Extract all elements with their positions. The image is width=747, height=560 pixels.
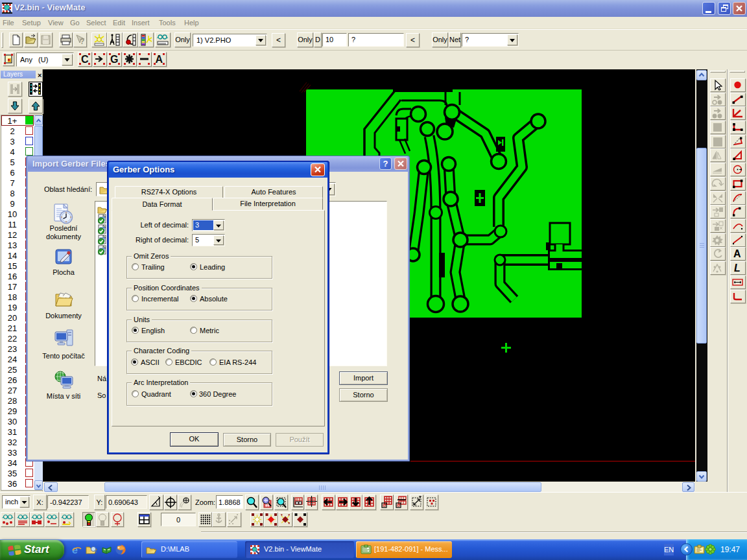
svg-text:A: A (156, 54, 163, 65)
svg-text:L: L (734, 262, 741, 274)
svg-text:A: A (733, 248, 741, 259)
svg-text:C: C (81, 54, 89, 65)
svg-text:G: G (110, 54, 118, 65)
svg-text:?: ? (80, 37, 84, 46)
